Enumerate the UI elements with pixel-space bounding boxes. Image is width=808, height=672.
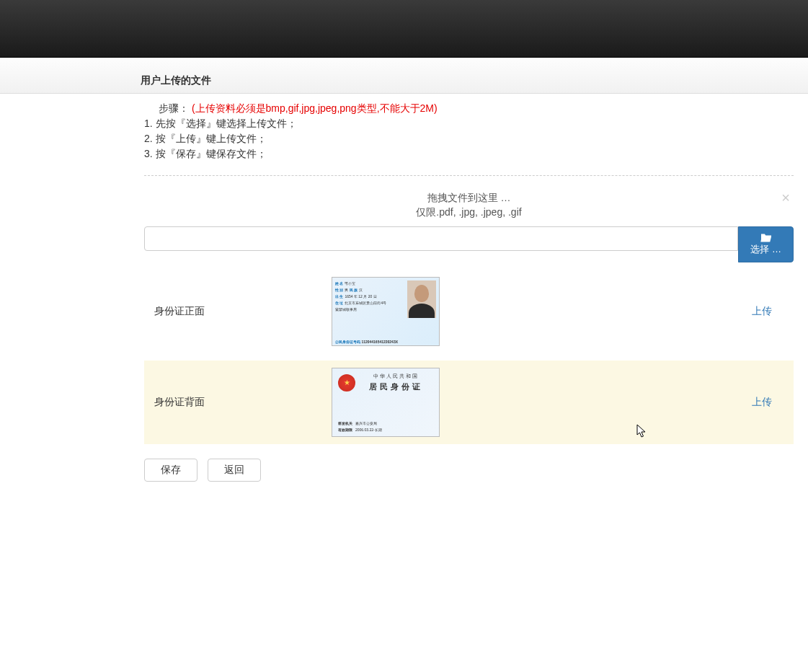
save-button[interactable]: 保存 — [144, 459, 197, 482]
step-item: 2. 按『上传』键上传文件； — [144, 131, 794, 146]
step-item: 3. 按『保存』键保存文件； — [144, 146, 794, 161]
id-front-row: 身份证正面 姓 名韦小宝 性 别男 民 族汉 出 生1654 年 12 月 20… — [144, 270, 794, 353]
main-content: 步骤： (上传资料必须是bmp,gif,jpg,jpeg,png类型,不能大于2… — [130, 94, 808, 489]
id-back-preview[interactable]: 中华人民共和国 居民身份证 签发机关嘉兴市公安局 有效期限2006.03.22-… — [332, 368, 440, 437]
step-item: 1. 先按『选择』键选择上传文件； — [144, 116, 794, 131]
id-back-preview-wrap: 中华人民共和国 居民身份证 签发机关嘉兴市公安局 有效期限2006.03.22-… — [332, 368, 752, 437]
steps-label: 步骤： — [144, 102, 189, 114]
id-front-preview[interactable]: 姓 名韦小宝 性 别男 民 族汉 出 生1654 年 12 月 20 日 住 址… — [332, 277, 440, 346]
close-icon[interactable]: × — [781, 190, 790, 205]
action-buttons: 保存 返回 — [144, 459, 794, 482]
page-header: 用户上传的文件 — [0, 58, 808, 94]
select-button-label: 选择 … — [750, 243, 781, 256]
file-input-row: 选择 … — [144, 226, 794, 262]
top-nav-bar — [0, 0, 808, 58]
upload-section: × 拖拽文件到这里 … 仅限.pdf, .jpg, .jpeg, .gif 选择… — [144, 175, 794, 482]
id-front-label: 身份证正面 — [151, 305, 332, 318]
back-button[interactable]: 返回 — [208, 459, 261, 482]
upload-front-link[interactable]: 上传 — [752, 305, 786, 318]
folder-open-icon — [760, 233, 773, 243]
emblem-icon — [338, 374, 355, 392]
steps-list: 1. 先按『选择』键选择上传文件； 2. 按『上传』键上传文件； 3. 按『保存… — [144, 116, 794, 161]
select-file-button[interactable]: 选择 … — [738, 226, 794, 262]
steps-warning: (上传资料必须是bmp,gif,jpg,jpeg,png类型,不能大于2M) — [192, 102, 438, 114]
id-photo — [407, 280, 436, 318]
id-front-preview-wrap: 姓 名韦小宝 性 别男 民 族汉 出 生1654 年 12 月 20 日 住 址… — [332, 277, 752, 346]
id-back-label: 身份证背面 — [151, 396, 332, 409]
id-back-row: 身份证背面 中华人民共和国 居民身份证 签发机关嘉兴市公安局 有效期限2006.… — [144, 361, 794, 444]
upload-steps: 步骤： (上传资料必须是bmp,gif,jpg,jpeg,png类型,不能大于2… — [144, 101, 794, 161]
page-title: 用户上传的文件 — [141, 74, 211, 87]
dropzone-text: 拖拽文件到这里 … — [144, 190, 794, 205]
dropzone-limit: 仅限.pdf, .jpg, .jpeg, .gif — [144, 205, 794, 219]
dropzone[interactable]: × 拖拽文件到这里 … 仅限.pdf, .jpg, .jpeg, .gif — [144, 190, 794, 219]
file-path-input[interactable] — [144, 226, 738, 251]
upload-back-link[interactable]: 上传 — [752, 396, 786, 409]
